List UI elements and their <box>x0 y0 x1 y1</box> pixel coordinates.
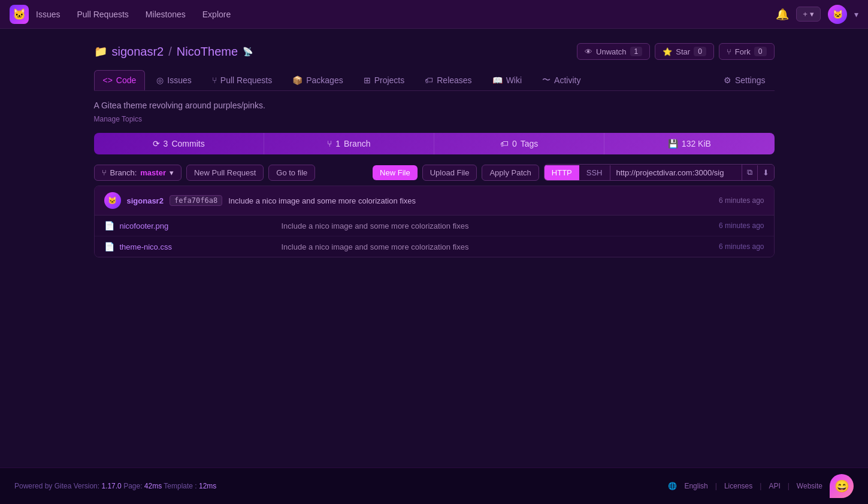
api-link[interactable]: API <box>769 482 780 490</box>
navbar-item-milestones[interactable]: Milestones <box>138 6 193 23</box>
tab-packages[interactable]: 📦 Packages <box>283 70 352 90</box>
licenses-link[interactable]: Licenses <box>724 482 752 490</box>
commits-stat[interactable]: ⟳ 3 Commits <box>94 133 264 154</box>
branches-icon: ⑂ <box>327 139 332 148</box>
fork-count: 0 <box>754 47 767 56</box>
clone-http-tab[interactable]: HTTP <box>545 165 579 180</box>
commit-hash-link[interactable]: fefa70f6a8 <box>170 195 222 206</box>
star-button[interactable]: ⭐ Star 0 <box>655 43 714 60</box>
commits-label: Commits <box>171 139 204 148</box>
fork-icon: ⑂ <box>727 47 731 56</box>
footer-right: 🌐 English | Licenses | API | Website 😄 <box>668 474 854 498</box>
manage-topics-link[interactable]: Manage Topics <box>94 115 775 123</box>
tab-issues-label: Issues <box>167 75 191 85</box>
unwatch-button[interactable]: 👁 Unwatch 1 <box>577 43 650 60</box>
star-label: Star <box>676 47 690 56</box>
file-commit-message: Include a nico image and some more color… <box>282 221 713 230</box>
tab-activity-label: Activity <box>554 75 580 85</box>
branch-chevron-icon: ▾ <box>170 168 174 177</box>
file-time: 6 minutes ago <box>719 242 764 251</box>
repo-name-link[interactable]: NicoTheme <box>177 45 238 59</box>
footer: Powered by Gitea Version: 1.17.0 Page: 4… <box>0 467 868 504</box>
template-time: 12ms <box>199 482 216 490</box>
notification-bell-icon[interactable]: 🔔 <box>776 8 789 21</box>
tab-releases-label: Releases <box>437 75 471 85</box>
repo-header: 📁 sigonasr2 / NicoTheme 📡 👁 Unwatch 1 ⭐ … <box>94 43 775 60</box>
unwatch-label: Unwatch <box>596 47 627 56</box>
branch-icon: ⑂ <box>102 168 107 177</box>
fork-label: Fork <box>735 47 751 56</box>
download-button[interactable]: ⬇ <box>757 165 774 180</box>
copy-icon: ⧉ <box>747 168 752 177</box>
plus-icon: + <box>803 10 807 19</box>
plus-dropdown-icon: ▾ <box>810 10 814 19</box>
unwatch-count: 1 <box>630 47 643 56</box>
tab-code[interactable]: <> Code <box>94 70 146 90</box>
branch-selector[interactable]: ⑂ Branch: master ▾ <box>94 165 182 181</box>
main-content: 📁 sigonasr2 / NicoTheme 📡 👁 Unwatch 1 ⭐ … <box>75 29 794 467</box>
tab-code-label: Code <box>116 75 136 85</box>
file-row: 📄 nicofooter.png Include a nico image an… <box>95 215 774 236</box>
tab-settings[interactable]: ⚙ Settings <box>715 70 775 90</box>
navbar-item-explore[interactable]: Explore <box>195 6 238 23</box>
commits-count: 3 <box>164 139 168 148</box>
repo-title: 📁 sigonasr2 / NicoTheme 📡 <box>94 45 253 59</box>
latest-commit-row: 🐱 sigonasr2 fefa70f6a8 Include a nico im… <box>95 186 774 215</box>
upload-file-button[interactable]: Upload File <box>422 165 477 181</box>
file-name-link[interactable]: nicofooter.png <box>120 221 276 230</box>
clone-ssh-tab[interactable]: SSH <box>579 165 610 180</box>
navbar-item-pull-requests[interactable]: Pull Requests <box>69 6 135 23</box>
apply-patch-button[interactable]: Apply Patch <box>482 165 539 181</box>
projects-icon: ⊞ <box>364 75 371 85</box>
tab-releases[interactable]: 🏷 Releases <box>416 70 480 90</box>
new-file-button[interactable]: New File <box>373 165 418 180</box>
title-separator: / <box>168 45 172 59</box>
file-name-link[interactable]: theme-nico.css <box>120 242 276 251</box>
stats-bar: ⟳ 3 Commits ⑂ 1 Branch 🏷 0 Tags 💾 132 Ki… <box>94 133 775 154</box>
powered-by-text: Powered by Gitea Version: <box>14 482 99 490</box>
tab-projects[interactable]: ⊞ Projects <box>355 70 414 90</box>
size-stat: 💾 132 KiB <box>604 133 774 154</box>
clone-url-input[interactable] <box>610 165 742 180</box>
go-to-file-button[interactable]: Go to file <box>268 165 315 181</box>
navbar-item-issues[interactable]: Issues <box>29 6 67 23</box>
copy-clone-url-button[interactable]: ⧉ <box>742 165 757 180</box>
page-time: 42ms <box>144 482 162 490</box>
tags-count: 0 <box>512 139 517 148</box>
commit-message: Include a nico image and some more color… <box>228 196 713 205</box>
tags-label: Tags <box>521 139 539 148</box>
issues-icon: ◎ <box>156 75 164 85</box>
navbar-nav: Issues Pull Requests Milestones Explore <box>29 6 776 23</box>
logo-icon[interactable]: 🐱 <box>10 5 29 24</box>
eye-icon: 👁 <box>585 47 592 56</box>
branches-stat[interactable]: ⑂ 1 Branch <box>264 133 434 154</box>
tab-pull-requests[interactable]: ⑂ Pull Requests <box>203 70 281 90</box>
commit-author-link[interactable]: sigonasr2 <box>127 196 164 205</box>
commit-author-avatar[interactable]: 🐱 <box>104 192 121 209</box>
packages-icon: 📦 <box>292 75 303 85</box>
repo-tabs: <> Code ◎ Issues ⑂ Pull Requests 📦 Packa… <box>94 69 775 91</box>
tab-issues[interactable]: ◎ Issues <box>147 70 200 90</box>
tab-activity[interactable]: 〜 Activity <box>533 69 589 90</box>
website-link[interactable]: Website <box>797 482 822 490</box>
activity-icon: 〜 <box>542 75 551 86</box>
commit-time: 6 minutes ago <box>719 196 764 205</box>
language-link[interactable]: English <box>684 482 707 490</box>
rss-icon[interactable]: 📡 <box>243 47 253 56</box>
repo-owner-link[interactable]: sigonasr2 <box>112 45 164 59</box>
tab-wiki[interactable]: 📖 Wiki <box>483 70 531 90</box>
tags-icon: 🏷 <box>500 139 509 148</box>
fork-button[interactable]: ⑂ Fork 0 <box>719 43 775 60</box>
tags-stat[interactable]: 🏷 0 Tags <box>434 133 604 154</box>
user-avatar[interactable]: 🐱 <box>828 5 847 24</box>
user-dropdown-icon[interactable]: ▾ <box>854 10 858 19</box>
new-pull-request-button[interactable]: New Pull Request <box>186 165 264 181</box>
file-icon: 📄 <box>104 221 114 230</box>
file-commit-message: Include a nico image and some more color… <box>282 242 713 251</box>
clone-group: HTTP SSH ⧉ ⬇ <box>544 164 775 181</box>
create-new-button[interactable]: + ▾ <box>796 7 821 22</box>
settings-icon: ⚙ <box>724 75 731 85</box>
tab-settings-label: Settings <box>735 75 766 85</box>
file-time: 6 minutes ago <box>719 221 764 230</box>
tab-wiki-label: Wiki <box>506 75 522 85</box>
